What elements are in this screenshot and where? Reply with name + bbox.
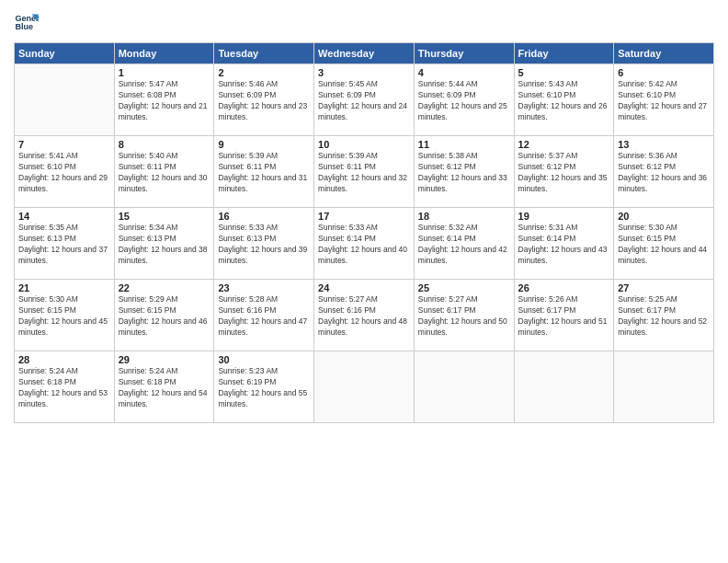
day-header-thursday: Thursday — [414, 43, 514, 64]
day-number: 20 — [618, 211, 710, 222]
day-info: Sunrise: 5:39 AMSunset: 6:11 PMDaylight:… — [218, 151, 310, 195]
day-number: 6 — [618, 67, 710, 78]
calendar-cell: 11Sunrise: 5:38 AMSunset: 6:12 PMDayligh… — [414, 136, 514, 208]
day-info: Sunrise: 5:42 AMSunset: 6:10 PMDaylight:… — [618, 79, 710, 123]
day-number: 29 — [119, 354, 210, 365]
page-container: General Blue SundayMondayTuesdayWednesda… — [0, 0, 728, 432]
day-info: Sunrise: 5:32 AMSunset: 6:14 PMDaylight:… — [418, 223, 510, 267]
day-number: 24 — [318, 282, 410, 293]
header: General Blue — [14, 9, 714, 35]
calendar-cell — [414, 351, 514, 423]
day-info: Sunrise: 5:31 AMSunset: 6:14 PMDaylight:… — [518, 223, 610, 267]
calendar-cell: 3Sunrise: 5:45 AMSunset: 6:09 PMDaylight… — [314, 64, 415, 136]
day-header-sunday: Sunday — [15, 43, 115, 64]
day-number: 11 — [418, 139, 510, 150]
day-number: 2 — [218, 67, 310, 78]
day-info: Sunrise: 5:24 AMSunset: 6:18 PMDaylight:… — [18, 366, 110, 410]
week-row-2: 7Sunrise: 5:41 AMSunset: 6:10 PMDaylight… — [15, 136, 714, 208]
day-info: Sunrise: 5:27 AMSunset: 6:17 PMDaylight:… — [418, 294, 510, 339]
svg-text:Blue: Blue — [15, 22, 33, 31]
day-info: Sunrise: 5:29 AMSunset: 6:15 PMDaylight:… — [119, 294, 210, 339]
day-number: 21 — [18, 282, 110, 293]
calendar-cell: 9Sunrise: 5:39 AMSunset: 6:11 PMDaylight… — [214, 136, 314, 208]
calendar-cell: 25Sunrise: 5:27 AMSunset: 6:17 PMDayligh… — [414, 280, 514, 351]
day-info: Sunrise: 5:37 AMSunset: 6:12 PMDaylight:… — [518, 151, 610, 195]
day-number: 7 — [18, 139, 110, 150]
calendar-cell: 22Sunrise: 5:29 AMSunset: 6:15 PMDayligh… — [114, 280, 214, 351]
day-info: Sunrise: 5:24 AMSunset: 6:18 PMDaylight:… — [119, 366, 210, 410]
day-number: 9 — [218, 139, 310, 150]
calendar-cell: 12Sunrise: 5:37 AMSunset: 6:12 PMDayligh… — [514, 136, 614, 208]
calendar-cell: 5Sunrise: 5:43 AMSunset: 6:10 PMDaylight… — [514, 64, 614, 136]
day-number: 26 — [518, 282, 610, 293]
week-row-4: 21Sunrise: 5:30 AMSunset: 6:15 PMDayligh… — [15, 280, 714, 351]
day-number: 4 — [418, 67, 510, 78]
calendar-cell: 7Sunrise: 5:41 AMSunset: 6:10 PMDaylight… — [15, 136, 115, 208]
calendar-cell: 19Sunrise: 5:31 AMSunset: 6:14 PMDayligh… — [514, 208, 614, 280]
calendar-cell: 2Sunrise: 5:46 AMSunset: 6:09 PMDaylight… — [214, 64, 314, 136]
calendar-header-row: SundayMondayTuesdayWednesdayThursdayFrid… — [15, 43, 714, 64]
day-number: 27 — [618, 282, 710, 293]
day-number: 17 — [318, 211, 410, 222]
day-number: 28 — [18, 354, 110, 365]
calendar-cell: 24Sunrise: 5:27 AMSunset: 6:16 PMDayligh… — [314, 280, 415, 351]
day-info: Sunrise: 5:45 AMSunset: 6:09 PMDaylight:… — [318, 79, 410, 123]
day-info: Sunrise: 5:30 AMSunset: 6:15 PMDaylight:… — [618, 223, 710, 267]
day-info: Sunrise: 5:34 AMSunset: 6:13 PMDaylight:… — [119, 223, 210, 267]
calendar-cell: 30Sunrise: 5:23 AMSunset: 6:19 PMDayligh… — [214, 351, 314, 423]
day-number: 25 — [418, 282, 510, 293]
day-info: Sunrise: 5:46 AMSunset: 6:09 PMDaylight:… — [218, 79, 310, 123]
day-number: 16 — [218, 211, 310, 222]
calendar-cell: 27Sunrise: 5:25 AMSunset: 6:17 PMDayligh… — [614, 280, 714, 351]
calendar-cell — [15, 64, 115, 136]
day-number: 15 — [119, 211, 210, 222]
calendar-cell: 13Sunrise: 5:36 AMSunset: 6:12 PMDayligh… — [614, 136, 714, 208]
calendar-cell: 6Sunrise: 5:42 AMSunset: 6:10 PMDaylight… — [614, 64, 714, 136]
day-info: Sunrise: 5:33 AMSunset: 6:13 PMDaylight:… — [218, 223, 310, 267]
calendar-cell: 16Sunrise: 5:33 AMSunset: 6:13 PMDayligh… — [214, 208, 314, 280]
day-header-tuesday: Tuesday — [214, 43, 314, 64]
week-row-3: 14Sunrise: 5:35 AMSunset: 6:13 PMDayligh… — [15, 208, 714, 280]
day-number: 19 — [518, 211, 610, 222]
calendar-cell: 28Sunrise: 5:24 AMSunset: 6:18 PMDayligh… — [15, 351, 115, 423]
calendar-cell: 26Sunrise: 5:26 AMSunset: 6:17 PMDayligh… — [514, 280, 614, 351]
calendar-cell: 23Sunrise: 5:28 AMSunset: 6:16 PMDayligh… — [214, 280, 314, 351]
day-number: 3 — [318, 67, 410, 78]
day-number: 14 — [18, 211, 110, 222]
day-info: Sunrise: 5:39 AMSunset: 6:11 PMDaylight:… — [318, 151, 410, 195]
week-row-5: 28Sunrise: 5:24 AMSunset: 6:18 PMDayligh… — [15, 351, 714, 423]
calendar-cell: 10Sunrise: 5:39 AMSunset: 6:11 PMDayligh… — [314, 136, 415, 208]
calendar-cell — [314, 351, 415, 423]
day-number: 18 — [418, 211, 510, 222]
day-info: Sunrise: 5:43 AMSunset: 6:10 PMDaylight:… — [518, 79, 610, 123]
day-info: Sunrise: 5:25 AMSunset: 6:17 PMDaylight:… — [618, 294, 710, 339]
day-header-saturday: Saturday — [614, 43, 714, 64]
day-info: Sunrise: 5:47 AMSunset: 6:08 PMDaylight:… — [119, 79, 210, 123]
day-info: Sunrise: 5:44 AMSunset: 6:09 PMDaylight:… — [418, 79, 510, 123]
calendar-cell: 8Sunrise: 5:40 AMSunset: 6:11 PMDaylight… — [114, 136, 214, 208]
calendar-cell — [514, 351, 614, 423]
calendar-cell: 18Sunrise: 5:32 AMSunset: 6:14 PMDayligh… — [414, 208, 514, 280]
day-number: 22 — [119, 282, 210, 293]
day-number: 8 — [119, 139, 210, 150]
calendar-cell: 29Sunrise: 5:24 AMSunset: 6:18 PMDayligh… — [114, 351, 214, 423]
day-info: Sunrise: 5:28 AMSunset: 6:16 PMDaylight:… — [218, 294, 310, 339]
calendar-table: SundayMondayTuesdayWednesdayThursdayFrid… — [14, 42, 714, 423]
calendar-cell: 17Sunrise: 5:33 AMSunset: 6:14 PMDayligh… — [314, 208, 415, 280]
day-number: 10 — [318, 139, 410, 150]
calendar-cell: 4Sunrise: 5:44 AMSunset: 6:09 PMDaylight… — [414, 64, 514, 136]
calendar-cell: 1Sunrise: 5:47 AMSunset: 6:08 PMDaylight… — [114, 64, 214, 136]
day-info: Sunrise: 5:27 AMSunset: 6:16 PMDaylight:… — [318, 294, 410, 339]
day-info: Sunrise: 5:36 AMSunset: 6:12 PMDaylight:… — [618, 151, 710, 195]
calendar-cell: 20Sunrise: 5:30 AMSunset: 6:15 PMDayligh… — [614, 208, 714, 280]
logo: General Blue — [14, 9, 40, 35]
day-number: 12 — [518, 139, 610, 150]
day-number: 13 — [618, 139, 710, 150]
day-number: 23 — [218, 282, 310, 293]
day-number: 1 — [119, 67, 210, 78]
day-info: Sunrise: 5:23 AMSunset: 6:19 PMDaylight:… — [218, 366, 310, 410]
logo-icon: General Blue — [14, 9, 40, 35]
day-info: Sunrise: 5:26 AMSunset: 6:17 PMDaylight:… — [518, 294, 610, 339]
week-row-1: 1Sunrise: 5:47 AMSunset: 6:08 PMDaylight… — [15, 64, 714, 136]
day-info: Sunrise: 5:33 AMSunset: 6:14 PMDaylight:… — [318, 223, 410, 267]
